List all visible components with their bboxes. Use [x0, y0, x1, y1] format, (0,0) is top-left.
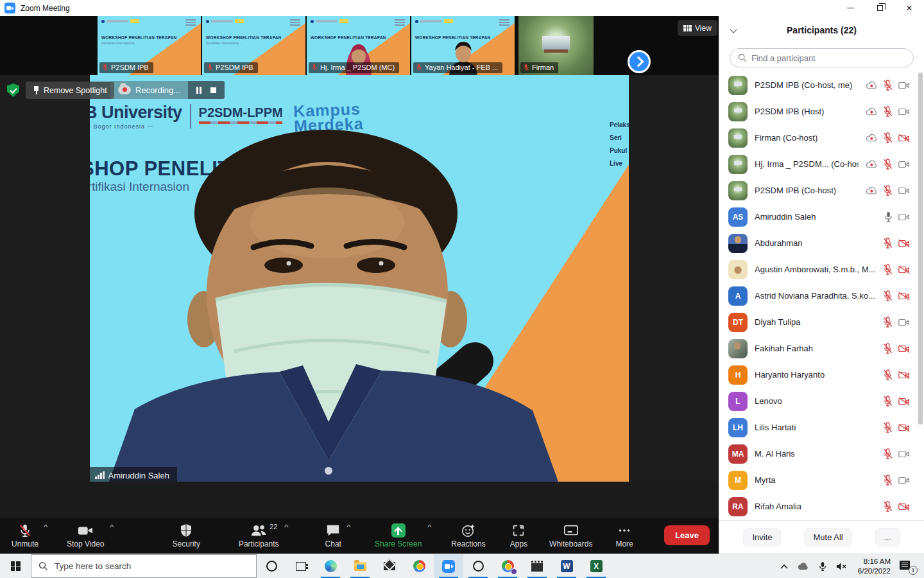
participant-row[interactable]: Firman (Co-host) — [719, 125, 924, 151]
participant-row[interactable]: Fakihah Farhah — [719, 335, 924, 362]
mic-on-icon — [884, 211, 893, 222]
start-button[interactable] — [0, 554, 31, 578]
tray-expand-button[interactable] — [776, 564, 792, 569]
participant-row[interactable]: Abdurahman — [719, 230, 924, 256]
security-button[interactable]: Security — [166, 518, 207, 554]
participant-status-icons — [883, 290, 910, 301]
stop-recording-button[interactable] — [210, 87, 216, 93]
view-button[interactable]: View — [678, 20, 717, 36]
remove-spotlight-button[interactable]: Remove Spotlight — [26, 82, 114, 99]
mic-tray-button[interactable] — [814, 561, 831, 572]
volume-muted-tray-button[interactable] — [834, 562, 850, 571]
minimize-icon — [847, 8, 854, 8]
taskbar-zoom-button[interactable] — [434, 554, 463, 578]
video-thumbnail-3[interactable]: WORKSHOP PENELITIAN TERAPAN Hj. Irma _ P… — [307, 16, 410, 75]
video-on-icon — [898, 213, 910, 222]
video-filmstrip: WORKSHOP PENELITIAN TERAPAN Sertifikasi … — [0, 16, 719, 75]
taskbar-chrome-profile-button[interactable] — [493, 554, 522, 578]
participants-options-caret[interactable]: ^ — [284, 524, 289, 531]
stop-video-button[interactable]: Stop Video ^ — [60, 518, 111, 554]
spotlight-video-stage: B University — Bogor Indonesia — P2SDM-L… — [0, 75, 719, 482]
participants-panel: Participants (22) Find a participant P2S… — [719, 16, 924, 554]
excel-icon: X — [590, 560, 603, 572]
taskbar-mail-button[interactable] — [375, 554, 404, 578]
thumb-corner-text — [395, 19, 405, 27]
thumb-logo-row — [206, 19, 244, 23]
task-view-button[interactable] — [286, 554, 316, 578]
mic-muted-icon — [883, 448, 893, 459]
participant-status-icons — [866, 132, 910, 143]
thumb-slide-subtitle: Sertifikasi Internasional ... — [206, 41, 243, 45]
participant-row[interactable]: P2SDM IPB (Host) — [719, 98, 924, 125]
taskbar-chrome-button[interactable] — [404, 554, 434, 578]
share-screen-button[interactable]: Share Screen ^ — [368, 518, 428, 554]
taskbar-media-app-button[interactable] — [522, 554, 552, 578]
chat-button[interactable]: Chat ^ — [319, 518, 348, 554]
leave-button[interactable]: Leave — [664, 525, 710, 545]
cloud-recording-icon — [866, 186, 877, 195]
video-thumbnail-1[interactable]: WORKSHOP PENELITIAN TERAPAN Sertifikasi … — [98, 16, 201, 75]
next-page-arrow-button[interactable] — [628, 50, 651, 73]
participant-status-icons — [883, 343, 910, 354]
taskbar-file-explorer-button[interactable] — [345, 554, 375, 578]
participants-scrollbar[interactable] — [918, 73, 923, 425]
onedrive-tray-button[interactable] — [795, 563, 812, 570]
taskbar-obs-button[interactable] — [463, 554, 493, 578]
search-icon — [738, 53, 747, 62]
participant-row[interactable]: LH Lilis Hartati — [719, 414, 924, 441]
participant-name: Agustin Amborowati, S.m.b., M.... — [755, 265, 876, 274]
mic-muted-icon — [883, 475, 893, 486]
video-off-icon — [898, 134, 910, 143]
pause-recording-button[interactable] — [196, 87, 201, 94]
speaker-name: Amiruddin Saleh — [108, 471, 169, 480]
participant-row[interactable]: Hj. Irma _ P2SDM... (Co-host) — [719, 151, 924, 177]
taskbar-search-input[interactable]: Type here to search — [31, 554, 257, 578]
participant-row[interactable]: DT Diyah Tulipa — [719, 309, 924, 335]
task-view-icon — [296, 562, 306, 571]
video-off-icon — [898, 423, 910, 432]
participant-row[interactable]: AS Amiruddin Saleh — [719, 204, 924, 230]
cortana-button[interactable] — [257, 554, 286, 578]
participant-row[interactable]: P2SDM IPB (Co-host, me) — [719, 72, 924, 98]
participant-name: P2SDM IPB (Host) — [755, 107, 859, 116]
participant-row[interactable]: L Lenovo — [719, 388, 924, 414]
video-thumbnail-4[interactable]: WORKSHOP PENELITIAN TERAPAN Yayan Hadiya… — [411, 16, 515, 75]
participant-row[interactable]: H Haryanto Haryanto — [719, 362, 924, 388]
mute-all-button[interactable]: Mute All — [804, 528, 851, 547]
taskbar-edge-button[interactable] — [316, 554, 345, 578]
chat-options-caret[interactable]: ^ — [346, 524, 351, 531]
video-off-icon — [898, 239, 910, 248]
participant-row[interactable]: RA Rifah Amalia — [719, 493, 924, 520]
participant-row[interactable]: P2SDM IPB (Co-host) — [719, 177, 924, 204]
invite-button[interactable]: Invite — [743, 528, 781, 547]
notification-center-button[interactable]: 1 — [898, 559, 918, 574]
video-options-caret[interactable]: ^ — [110, 524, 114, 531]
reactions-button[interactable]: Reactions — [445, 518, 492, 554]
more-options-button[interactable]: ... — [875, 528, 900, 547]
participant-row[interactable]: MA M. Al Haris — [719, 441, 924, 467]
minimize-button[interactable] — [835, 0, 865, 16]
clock[interactable]: 8:16 AM 6/20/2022 — [858, 557, 891, 575]
close-button[interactable]: × — [894, 0, 924, 16]
more-button[interactable]: More — [609, 518, 639, 554]
share-options-caret[interactable]: ^ — [427, 524, 432, 531]
whiteboards-button[interactable]: Whiteboards — [543, 518, 599, 554]
apps-button[interactable]: Apps — [504, 518, 534, 554]
restore-icon — [877, 5, 883, 11]
unmute-options-caret[interactable]: ^ — [44, 524, 48, 531]
restore-button[interactable] — [865, 0, 894, 16]
video-thumbnail-5[interactable]: Firman — [518, 16, 594, 75]
thumb-logo-row — [311, 19, 348, 23]
main-speaker-video[interactable]: B University — Bogor Indonesia — P2SDM-L… — [90, 75, 629, 482]
collapse-panel-chevron-icon[interactable] — [731, 26, 737, 32]
video-thumbnail-2[interactable]: WORKSHOP PENELITIAN TERAPAN Sertifikasi … — [202, 16, 305, 75]
find-participant-input[interactable]: Find a participant — [730, 48, 914, 67]
participant-row[interactable]: Agustin Amborowati, S.m.b., M.... — [719, 256, 924, 283]
taskbar-word-button[interactable]: W — [552, 554, 581, 578]
taskbar-excel-button[interactable]: X — [581, 554, 611, 578]
participant-status-icons — [883, 369, 910, 380]
participants-button[interactable]: Participants 22 ^ — [232, 518, 286, 554]
participant-row[interactable]: A Astrid Noviana Paradhita, S.ko... — [719, 283, 924, 309]
participant-row[interactable]: M Myrta — [719, 467, 924, 493]
unmute-button[interactable]: Unmute ^ — [5, 518, 45, 554]
